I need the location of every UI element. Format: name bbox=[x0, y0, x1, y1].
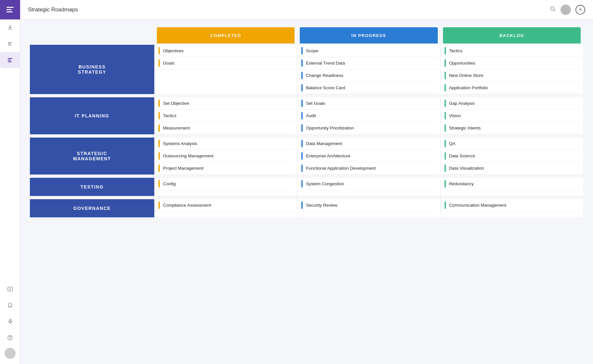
row-header: GOVERNANCE bbox=[30, 199, 154, 217]
task-item[interactable]: Compliance Assessment bbox=[157, 199, 295, 212]
task-label: Objectives bbox=[163, 47, 293, 55]
task-bar bbox=[301, 140, 303, 147]
task-bar bbox=[301, 59, 303, 67]
roadmap-row: STRATEGIC MANAGEMENTSystems AnalysisOuts… bbox=[30, 138, 583, 175]
task-bar bbox=[158, 164, 160, 172]
task-item[interactable]: Project Management bbox=[157, 162, 295, 175]
task-label: Compliance Assessment bbox=[163, 201, 293, 209]
task-bar bbox=[301, 100, 303, 107]
task-label: Audit bbox=[306, 112, 436, 119]
task-bar bbox=[445, 140, 446, 147]
task-label: Scope bbox=[306, 47, 436, 55]
task-label: Set Goals bbox=[306, 100, 436, 107]
task-item[interactable]: Vision bbox=[443, 110, 581, 122]
task-bar bbox=[301, 112, 303, 119]
task-bar bbox=[301, 164, 303, 172]
task-bar bbox=[301, 180, 303, 188]
task-bar bbox=[158, 100, 160, 107]
cell-completed: Set ObjectiveTacticsMeasurement bbox=[154, 97, 297, 134]
task-label: Application Portfolio bbox=[449, 84, 579, 91]
task-item[interactable]: Systems Analysis bbox=[157, 138, 295, 150]
task-item[interactable]: Strategic Intents bbox=[443, 122, 581, 134]
app-logo[interactable] bbox=[0, 0, 20, 19]
task-item[interactable]: Set Goals bbox=[300, 97, 437, 110]
row-header: IT PLANNING bbox=[30, 97, 154, 134]
cell-in_progress: System Congestion bbox=[297, 178, 440, 196]
task-item[interactable]: Redundancy bbox=[443, 178, 581, 190]
task-item[interactable]: Data Science bbox=[443, 150, 581, 162]
task-bar bbox=[445, 124, 446, 132]
task-item[interactable]: Opportunity Prioritization bbox=[300, 122, 437, 134]
task-bar bbox=[158, 112, 160, 119]
task-item[interactable]: Tactics bbox=[443, 45, 581, 57]
roadmap-table: COMPLETED IN PROGRESS BACKLOG bbox=[30, 27, 583, 217]
task-item[interactable]: Goals bbox=[157, 57, 295, 69]
task-item[interactable]: Outsourcing Management bbox=[157, 150, 295, 162]
task-item[interactable]: Set Objective bbox=[157, 97, 295, 110]
task-item[interactable]: Functional Application Development bbox=[300, 162, 437, 175]
add-button[interactable]: + bbox=[575, 5, 585, 15]
task-bar bbox=[445, 112, 446, 119]
task-bar bbox=[158, 59, 160, 67]
user-avatar-top[interactable] bbox=[561, 5, 571, 15]
task-item[interactable]: Enterprise Architecture bbox=[300, 150, 437, 162]
col-header-completed: COMPLETED bbox=[157, 27, 295, 43]
svg-rect-4 bbox=[8, 43, 11, 44]
svg-rect-6 bbox=[8, 58, 12, 59]
task-bar bbox=[445, 84, 446, 91]
task-label: Balance Score Card bbox=[306, 84, 436, 91]
roadmap-icon[interactable] bbox=[0, 52, 20, 68]
task-label: Tactics bbox=[163, 112, 293, 119]
user-avatar[interactable] bbox=[5, 348, 16, 359]
task-item[interactable]: External Trend Data bbox=[300, 57, 437, 69]
content-area: COMPLETED IN PROGRESS BACKLOG bbox=[20, 19, 593, 364]
download-icon[interactable] bbox=[0, 19, 20, 36]
task-label: Set Objective bbox=[163, 100, 293, 107]
task-bar bbox=[301, 47, 303, 55]
task-label: Outsourcing Management bbox=[163, 152, 293, 160]
task-item[interactable]: Scope bbox=[300, 45, 437, 57]
task-item[interactable]: Objectives bbox=[157, 45, 295, 57]
task-item[interactable]: System Congestion bbox=[300, 178, 437, 190]
task-item[interactable]: Communication Management bbox=[443, 199, 581, 212]
cell-in_progress: Data ManagementEnterprise ArchitectureFu… bbox=[297, 138, 440, 175]
task-label: Goals bbox=[163, 59, 293, 67]
task-label: Functional Application Development bbox=[306, 164, 436, 172]
task-label: Enterprise Architecture bbox=[306, 152, 436, 160]
task-label: Systems Analysis bbox=[163, 140, 293, 147]
task-label: QA bbox=[449, 140, 579, 147]
roadmap-row: TESTINGConfigSystem CongestionRedundancy bbox=[30, 178, 583, 196]
task-item[interactable]: Gap Analysis bbox=[443, 97, 581, 110]
cell-backlog: Gap AnalysisVisionStrategic Intents bbox=[440, 97, 583, 134]
svg-rect-0 bbox=[6, 7, 14, 8]
list-icon[interactable] bbox=[0, 36, 20, 52]
task-bar bbox=[301, 72, 303, 79]
lightning-icon[interactable] bbox=[0, 313, 20, 330]
task-item[interactable]: Tactics bbox=[157, 110, 295, 122]
task-item[interactable]: Opportunities bbox=[443, 57, 581, 69]
task-label: Opportunities bbox=[449, 59, 579, 67]
cell-in_progress: Set GoalsAuditOpportunity Prioritization bbox=[297, 97, 440, 134]
task-item[interactable]: New Online Store bbox=[443, 69, 581, 82]
task-item[interactable]: Application Portfolio bbox=[443, 82, 581, 94]
search-icon[interactable] bbox=[549, 6, 556, 14]
task-bar bbox=[158, 140, 160, 147]
task-item[interactable]: Audit bbox=[300, 110, 437, 122]
svg-rect-2 bbox=[6, 11, 13, 12]
add-card-icon[interactable] bbox=[0, 281, 20, 297]
task-item[interactable]: Data Management bbox=[300, 138, 437, 150]
task-item[interactable]: Data Visualization bbox=[443, 162, 581, 175]
task-item[interactable]: Change Readiness bbox=[300, 69, 437, 82]
task-label: Data Visualization bbox=[449, 164, 579, 172]
task-item[interactable]: QA bbox=[443, 138, 581, 150]
help-icon[interactable] bbox=[0, 330, 20, 346]
bell-icon[interactable] bbox=[0, 297, 20, 313]
cell-backlog: Redundancy bbox=[440, 178, 583, 196]
task-bar bbox=[301, 84, 303, 91]
task-item[interactable]: Balance Score Card bbox=[300, 82, 437, 94]
task-item[interactable]: Security Review bbox=[300, 199, 437, 212]
task-label: Redundancy bbox=[449, 180, 579, 188]
task-item[interactable]: Config bbox=[157, 178, 295, 190]
task-bar bbox=[445, 100, 446, 107]
task-item[interactable]: Measurement bbox=[157, 122, 295, 134]
